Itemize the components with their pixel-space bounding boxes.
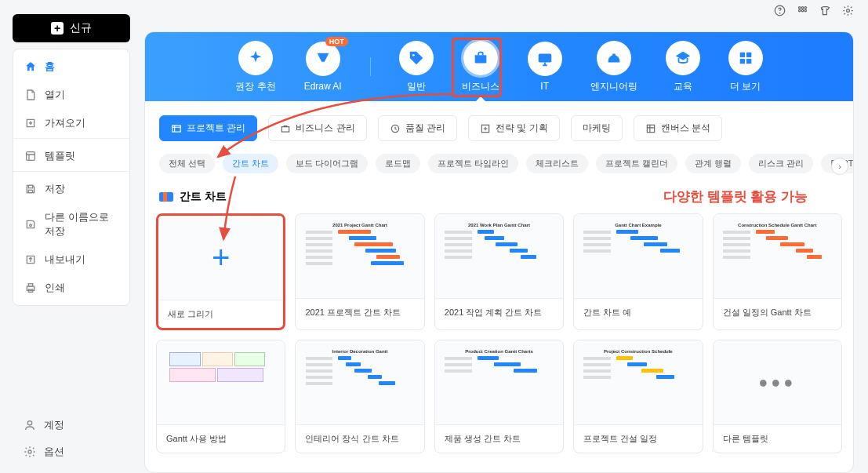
category-engineering[interactable]: 엔지니어링 [590, 41, 637, 93]
card-thumb: + [158, 216, 283, 300]
svg-rect-21 [612, 53, 616, 56]
svg-point-8 [847, 9, 850, 13]
svg-point-2 [799, 7, 801, 9]
sidebar-bottom: 계정 옵션 [13, 412, 130, 465]
card-template[interactable]: Project Construction Schedule 프로젝트 건설 일정 [573, 340, 703, 453]
card-thumb: ●●● [714, 340, 841, 425]
new-button[interactable]: + 신규 [13, 14, 130, 42]
category-education[interactable]: 교육 [666, 41, 700, 93]
category-label: 교육 [674, 80, 692, 93]
card-template[interactable]: 2021 Work Plan Gantt Chart 2021 작업 계획 간트… [434, 213, 564, 330]
subtab-project-management[interactable]: 프로젝트 관리 [159, 115, 257, 141]
theme-icon[interactable] [819, 5, 831, 19]
svg-rect-20 [538, 54, 551, 63]
sidebar-item-print[interactable]: 인쇄 [13, 274, 129, 302]
subtab-label: 비즈니스 관리 [296, 122, 354, 135]
grid-icon [728, 41, 763, 75]
card-label: 새로 그리기 [158, 300, 283, 328]
card-thumb [157, 340, 285, 425]
subtab-marketing[interactable]: 마케팅 [571, 115, 623, 141]
category-label: 비즈니스 [462, 80, 499, 93]
svg-point-16 [27, 421, 31, 425]
plus-icon: + [212, 240, 230, 275]
svg-point-1 [779, 13, 780, 13]
svg-rect-22 [739, 52, 744, 56]
card-more-templates[interactable]: ●●● 다른 템플릿 [713, 340, 842, 453]
section-title-label: 간트 차트 [180, 190, 227, 204]
main-panel: 권장 추천 HOT Edraw AI 일반 비즈니스 IT 엔지니어링 교육 [144, 31, 854, 473]
chip-all[interactable]: 전체 선택 [159, 154, 215, 173]
apps-icon[interactable] [797, 5, 808, 19]
gear-icon[interactable] [842, 5, 854, 19]
sidebar-item-import[interactable]: 가져오기 [13, 109, 129, 139]
sidebar-item-label: 열기 [45, 88, 65, 102]
chip-timeline[interactable]: 프로젝트 타임라인 [428, 154, 518, 173]
sidebar-item-account[interactable]: 계정 [13, 412, 130, 438]
ai-icon [306, 42, 340, 76]
new-button-label: 신규 [70, 21, 92, 35]
card-label: 인테리어 장식 간트 차트 [296, 425, 423, 453]
gantt-section-icon [159, 192, 173, 202]
graduation-icon [666, 41, 700, 75]
tag-icon [399, 41, 434, 75]
category-business[interactable]: 비즈니스 [462, 41, 499, 93]
card-template[interactable]: Interior Decoration Gantt 인테리어 장식 간트 차트 [295, 340, 424, 453]
help-icon[interactable] [774, 5, 786, 19]
sidebar-item-options[interactable]: 옵션 [13, 438, 130, 465]
category-edraw-ai[interactable]: HOT Edraw AI [304, 42, 342, 92]
card-template[interactable]: Product Creation Gantt Charts 제품 생성 간트 차… [434, 340, 564, 453]
sidebar-item-home[interactable]: 홈 [13, 53, 129, 81]
card-label: Gantt 사용 방법 [157, 425, 285, 453]
card-thumb: Construction Schedule Gantt Chart [714, 214, 841, 299]
svg-rect-10 [28, 185, 32, 187]
subtab-strategy[interactable]: 전략 및 기획 [468, 115, 560, 141]
sidebar-item-label: 템플릿 [45, 149, 75, 163]
svg-point-3 [801, 7, 804, 9]
subtab-business-management[interactable]: 비즈니스 관리 [268, 115, 366, 141]
chip-checklist[interactable]: 체크리스트 [526, 154, 588, 173]
category-recommended[interactable]: 권장 추천 [235, 41, 275, 93]
sidebar-item-label: 옵션 [44, 445, 64, 459]
chip-gantt[interactable]: 간트 차트 [223, 154, 278, 173]
svg-rect-27 [282, 126, 289, 131]
card-label: 간트 차트 예 [574, 299, 702, 326]
card-template[interactable]: Construction Schedule Gantt Chart 건설 일정의… [713, 213, 842, 330]
sidebar-item-saveas[interactable]: 다른 이름으로 저장 [13, 203, 129, 246]
briefcase-icon [463, 41, 498, 75]
chip-matrix[interactable]: 관계 행렬 [685, 154, 741, 173]
chip-scroll-right[interactable]: › [831, 158, 848, 175]
category-more[interactable]: 더 보기 [728, 41, 763, 93]
category-general[interactable]: 일반 [399, 41, 434, 93]
sidebar-item-open[interactable]: 열기 [13, 81, 129, 109]
card-new-drawing[interactable]: + 새로 그리기 [156, 213, 285, 330]
sidebar-item-label: 가져오기 [45, 116, 85, 130]
svg-rect-11 [28, 190, 32, 192]
card-thumb: Gantt Chart Example [574, 214, 702, 299]
subtab-label: 캔버스 분석 [661, 122, 710, 135]
chip-board[interactable]: 보드 다이어그램 [286, 154, 368, 173]
sidebar-item-templates[interactable]: 템플릿 [13, 142, 129, 172]
category-it[interactable]: IT [528, 42, 562, 92]
card-template[interactable]: Gantt Chart Example 간트 차트 예 [573, 213, 703, 330]
sidebar-item-label: 다른 이름으로 저장 [45, 210, 118, 238]
sidebar-item-export[interactable]: 내보내기 [13, 246, 129, 274]
chip-roadmap[interactable]: 로드맵 [376, 154, 420, 173]
chip-risk[interactable]: 리스크 관리 [749, 154, 813, 173]
sub-tabs: 프로젝트 관리 비즈니스 관리 품질 관리 전략 및 기획 마케팅 캔버스 분석 [145, 101, 853, 149]
sidebar-item-save[interactable]: 저장 [13, 175, 129, 203]
sidebar: 홈 열기 가져오기 템플릿 저장 다른 이름으로 저장 내보내기 인쇄 [13, 49, 130, 306]
card-label: 다른 템플릿 [714, 425, 841, 453]
card-template[interactable]: 2021 Project Gantt Chart 2021 프로젝트 간트 차트 [295, 213, 424, 330]
chip-calendar[interactable]: 프로젝트 캘린더 [596, 154, 677, 173]
export-icon [24, 253, 37, 266]
category-label: 일반 [407, 80, 426, 93]
card-thumb: Interior Decoration Gantt [296, 340, 423, 425]
card-template[interactable]: Gantt 사용 방법 [156, 340, 285, 453]
sparkle-icon [238, 41, 273, 75]
divider [370, 57, 371, 76]
document-icon [24, 89, 37, 101]
subtab-quality[interactable]: 품질 관리 [378, 115, 457, 141]
saveas-icon [24, 218, 37, 231]
svg-point-6 [801, 9, 804, 12]
subtab-canvas[interactable]: 캔버스 분석 [634, 115, 722, 141]
